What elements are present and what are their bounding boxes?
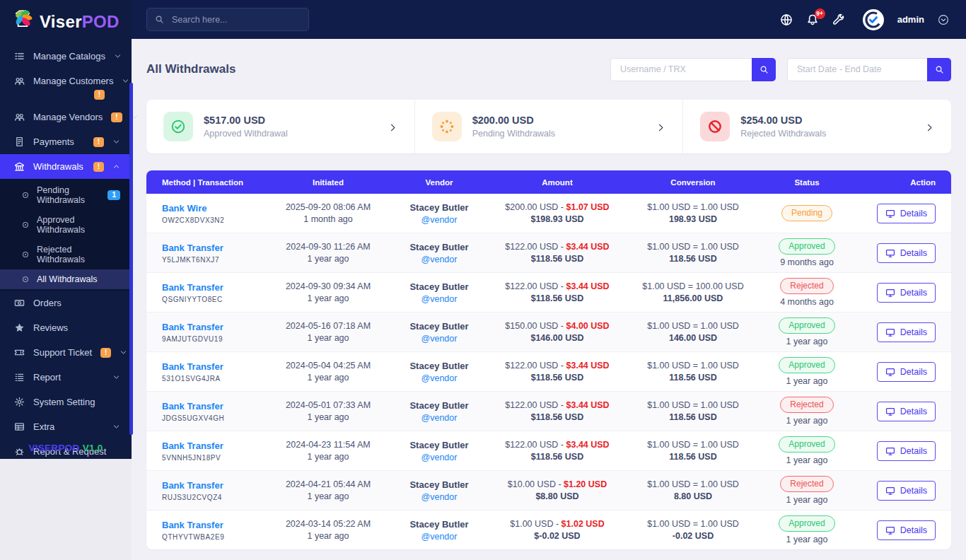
method-link[interactable]: Bank Transfer	[162, 480, 223, 491]
chevron-down-icon	[122, 77, 129, 85]
alert-badge: !	[111, 112, 122, 122]
sidebar-item-manage-catalogs[interactable]: Manage Catalogs	[0, 44, 132, 69]
vendor-name: Stacey Butler	[409, 281, 468, 292]
brand-logo[interactable]: ViserPOD	[0, 0, 132, 44]
status-badge: Approved	[779, 317, 834, 334]
vendor-handle-link[interactable]: @vendor	[383, 334, 496, 344]
sidebar-item-withdrawals[interactable]: Withdrawals !	[0, 154, 132, 179]
vendor-handle-link[interactable]: @vendor	[383, 532, 496, 542]
monitor-icon	[885, 446, 895, 456]
conversion-total: 198.93 USD	[619, 214, 767, 224]
method-link[interactable]: Bank Transfer	[162, 361, 223, 372]
cell-status: Rejected 4 months ago	[767, 278, 846, 307]
sidebar-item-orders[interactable]: Orders	[0, 291, 132, 315]
cell-initiated: 2024-09-30 11:26 AM 1 year ago	[274, 242, 383, 264]
vendor-handle-link[interactable]: @vendor	[383, 453, 496, 462]
details-button[interactable]: Details	[877, 322, 936, 342]
cell-conversion: $1.00 USD = 1.00 USD 118.56 USD	[619, 440, 767, 462]
vendor-handle-link[interactable]: @vendor	[383, 413, 496, 423]
vendor-name: Stacey Butler	[409, 202, 468, 213]
sidebar-subitem-rejected-withdrawals[interactable]: Rejected Withdrawals	[0, 240, 132, 269]
amount-base: $200.00 USD -	[505, 202, 564, 212]
sidebar-item-label: Manage Vendors	[33, 112, 103, 122]
cell-status: Approved 9 months ago	[767, 238, 846, 267]
cell-amount: $1.00 USD - $1.02 USD $-0.02 USD	[496, 519, 619, 541]
vendor-handle-link[interactable]: @vendor	[383, 215, 496, 225]
sidebar-item-extra[interactable]: Extra	[0, 414, 132, 439]
sidebar-subitem-pending-withdrawals[interactable]: Pending Withdrawals 1	[0, 180, 132, 210]
cell-action: Details	[846, 362, 951, 382]
table-row: Bank Wire OW2CX8DVX3N2 2025-09-20 08:06 …	[146, 194, 951, 233]
table-row: Bank Transfer RUJS3U2CVQZ4 2024-04-21 05…	[146, 470, 951, 510]
sidebar-item-system-setting[interactable]: System Setting	[0, 390, 132, 414]
status-badge: Rejected	[780, 278, 833, 294]
username-label[interactable]: admin	[897, 14, 924, 25]
list-icon	[14, 51, 25, 62]
details-button[interactable]: Details	[877, 362, 936, 382]
initiated-ago: 1 year ago	[274, 254, 383, 264]
column-header: Action	[846, 178, 951, 187]
notifications-bell-icon[interactable]: 9+	[806, 13, 819, 26]
details-button[interactable]: Details	[877, 204, 936, 223]
amount-net: $146.00 USD	[496, 333, 619, 343]
vendor-handle-link[interactable]: @vendor	[383, 294, 496, 304]
method-link[interactable]: Bank Transfer	[162, 282, 223, 293]
summary-cards: $517.00 USD Approved Withdrawal $200.00 …	[146, 100, 951, 153]
date-range-input[interactable]	[787, 58, 927, 81]
settings-wrench-icon[interactable]	[832, 13, 845, 26]
summary-card[interactable]: $200.00 USD Pending Withdrawals	[414, 100, 683, 153]
method-link[interactable]: Bank Transfer	[162, 401, 223, 412]
details-button[interactable]: Details	[877, 402, 936, 421]
details-button[interactable]: Details	[877, 283, 936, 303]
sidebar-subitem-all-withdrawals[interactable]: All Withdrawals	[0, 269, 132, 289]
search-input[interactable]	[170, 14, 301, 25]
global-search	[146, 8, 309, 31]
cell-amount: $122.00 USD - $3.44 USD $118.56 USD	[496, 440, 619, 462]
main-area: 9+ admin All Withdrawals	[132, 0, 966, 560]
summary-label: Rejected Withdrawals	[740, 129, 826, 139]
cell-action: Details	[846, 283, 951, 303]
vendor-handle-link[interactable]: @vendor	[383, 492, 496, 502]
alert-badge: !	[93, 162, 104, 172]
initiated-ago: 1 year ago	[274, 452, 383, 462]
cell-conversion: $1.00 USD = 1.00 USD 118.56 USD	[619, 400, 767, 422]
username-search-button[interactable]	[752, 58, 776, 81]
username-trx-input[interactable]	[610, 58, 752, 81]
vendor-handle-link[interactable]: @vendor	[383, 373, 496, 383]
summary-card[interactable]: $517.00 USD Approved Withdrawal	[146, 100, 414, 153]
details-button-label: Details	[900, 288, 927, 298]
chevron-right-icon	[656, 122, 665, 132]
avatar[interactable]	[863, 9, 884, 30]
language-globe-icon[interactable]	[780, 13, 793, 26]
vendor-handle-link[interactable]: @vendor	[383, 255, 496, 264]
sidebar-item-support-ticket[interactable]: Support Ticket !	[0, 340, 132, 365]
sidebar-scrollbar[interactable]	[129, 83, 133, 435]
method-link[interactable]: Bank Transfer	[162, 520, 223, 530]
details-button[interactable]: Details	[877, 243, 936, 263]
user-menu-chevron-icon[interactable]	[938, 14, 949, 25]
sidebar-item-reviews[interactable]: Reviews	[0, 315, 132, 340]
sidebar-item-report[interactable]: Report	[0, 365, 132, 390]
method-link[interactable]: Bank Transfer	[162, 441, 223, 451]
dot-circle-icon	[21, 275, 30, 284]
initiated-ago: 1 year ago	[274, 333, 383, 343]
alert-badge: !	[94, 90, 105, 100]
sidebar-subitem-approved-withdrawals[interactable]: Approved Withdrawals	[0, 210, 132, 240]
sidebar-item-manage-vendors[interactable]: Manage Vendors !	[0, 105, 132, 129]
summary-card[interactable]: $254.00 USD Rejected Withdrawals	[682, 100, 951, 153]
transaction-id: RUJS3U2CVQZ4	[162, 494, 274, 501]
sidebar-item-payments[interactable]: Payments !	[0, 129, 132, 154]
date-search-button[interactable]	[927, 58, 951, 81]
sidebar: ViserPOD Manage Catalogs Manage Customer…	[0, 0, 132, 459]
details-button[interactable]: Details	[877, 520, 936, 540]
method-link[interactable]: Bank Transfer	[162, 243, 223, 253]
table-row: Bank Transfer Y5LJMKT6NXJ7 2024-09-30 11…	[146, 233, 951, 272]
details-button[interactable]: Details	[877, 441, 936, 461]
details-button[interactable]: Details	[877, 481, 936, 501]
method-link[interactable]: Bank Wire	[162, 203, 206, 214]
method-link[interactable]: Bank Transfer	[162, 322, 223, 332]
notification-count-badge: 9+	[815, 8, 825, 19]
sidebar-item-manage-customers[interactable]: Manage Customers !	[0, 69, 132, 105]
monitor-icon	[885, 486, 895, 496]
cell-status: Approved 1 year ago	[767, 317, 846, 346]
